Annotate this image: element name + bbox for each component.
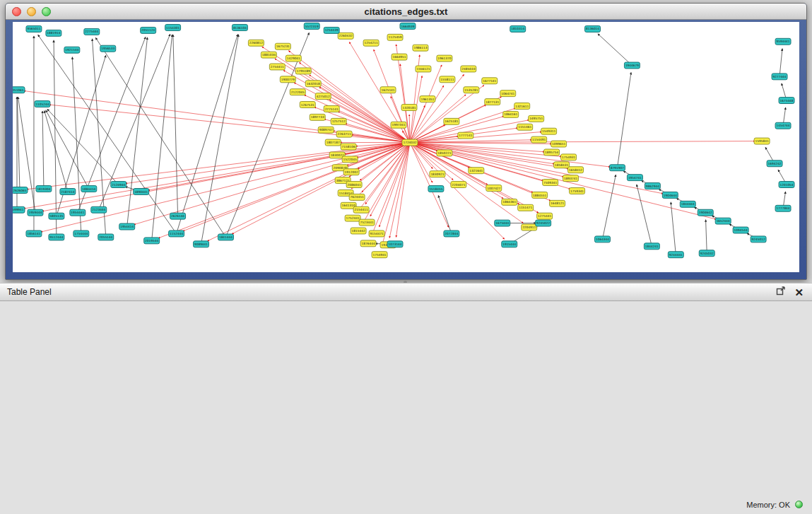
- network-node[interactable]: 1595841: [754, 138, 770, 144]
- network-node[interactable]: 2263711: [336, 131, 352, 137]
- network-node[interactable]: 1648121: [550, 200, 565, 206]
- network-node[interactable]: 1944679: [624, 62, 640, 69]
- network-canvas[interactable]: 2260812188103416752312754411142904119007…: [13, 22, 799, 272]
- network-node[interactable]: 8136104: [232, 24, 247, 30]
- network-node[interactable]: 1844444: [680, 201, 695, 207]
- network-node[interactable]: 1007427: [486, 185, 502, 192]
- network-node[interactable]: 1844241: [644, 243, 659, 250]
- network-node[interactable]: 1535281: [464, 87, 479, 93]
- network-node[interactable]: 1201054: [779, 182, 794, 188]
- network-node[interactable]: 1154491: [531, 136, 547, 143]
- network-node[interactable]: 1754931: [561, 154, 577, 160]
- network-node[interactable]: 1254211: [363, 40, 379, 46]
- network-node[interactable]: 1954441: [70, 209, 86, 216]
- network-node[interactable]: 1675448: [779, 98, 794, 104]
- network-node[interactable]: 2626144: [170, 213, 186, 219]
- network-node[interactable]: 1915444: [502, 241, 517, 247]
- zoom-button[interactable]: [42, 7, 51, 16]
- network-node[interactable]: 9512444: [49, 234, 64, 240]
- network-node[interactable]: 1897733: [310, 114, 325, 120]
- network-node[interactable]: 1807187: [325, 139, 341, 146]
- network-node[interactable]: 1321641: [469, 168, 484, 174]
- close-panel-icon[interactable]: ✕: [794, 287, 804, 298]
- network-node[interactable]: 1754444: [73, 230, 89, 237]
- network-node[interactable]: 1954741: [627, 175, 642, 181]
- network-node[interactable]: 2051124: [141, 27, 156, 33]
- network-node[interactable]: 1754941: [372, 252, 387, 258]
- network-node[interactable]: 1267531: [300, 102, 315, 108]
- network-node[interactable]: 1884551: [532, 192, 548, 198]
- network-node[interactable]: 1652444: [715, 218, 731, 224]
- network-node[interactable]: 1694242: [767, 160, 782, 167]
- network-node[interactable]: 1864361: [502, 199, 517, 205]
- network-node[interactable]: 2204071: [451, 182, 466, 188]
- network-node[interactable]: 2775141: [324, 105, 339, 112]
- network-node[interactable]: 9862944: [645, 183, 660, 189]
- network-node[interactable]: 1625181: [444, 118, 459, 124]
- network-node[interactable]: 1986113: [413, 45, 428, 51]
- network-node[interactable]: 1841444: [218, 234, 233, 240]
- network-node[interactable]: 1105244: [35, 101, 50, 107]
- network-node[interactable]: 1864161: [503, 111, 519, 117]
- network-node[interactable]: 1881914: [46, 30, 61, 36]
- network-node[interactable]: 1321611: [514, 103, 530, 110]
- network-node[interactable]: 1961370: [437, 55, 452, 62]
- network-node[interactable]: 1752441: [345, 215, 360, 221]
- network-node[interactable]: 2626065: [13, 187, 28, 194]
- network-node[interactable]: 1518455: [428, 186, 444, 192]
- network-node[interactable]: 1429041: [286, 55, 301, 62]
- network-node[interactable]: 1658412: [568, 167, 584, 173]
- network-node[interactable]: 1884414: [81, 186, 97, 192]
- network-node[interactable]: 1064741: [500, 90, 516, 97]
- network-node[interactable]: 1961351: [420, 96, 435, 103]
- network-node[interactable]: 2122045: [290, 89, 305, 95]
- network-node[interactable]: 1904644: [662, 192, 678, 198]
- network-node[interactable]: 1895754: [544, 149, 560, 156]
- network-node[interactable]: 1549311: [541, 128, 557, 134]
- network-node[interactable]: 1154301: [165, 24, 181, 30]
- network-node[interactable]: 1777844: [775, 205, 791, 211]
- network-node[interactable]: 1959444: [28, 209, 43, 216]
- network-node[interactable]: 1759341: [570, 188, 585, 194]
- float-panel-icon[interactable]: [776, 286, 786, 298]
- network-node[interactable]: 1254439: [324, 27, 339, 33]
- network-node[interactable]: 9245012: [751, 236, 766, 243]
- network-node[interactable]: 1890441: [134, 189, 149, 195]
- network-node[interactable]: 7624451: [349, 194, 365, 200]
- network-node[interactable]: 2055144: [98, 234, 114, 240]
- network-node[interactable]: 1858431: [554, 162, 570, 168]
- network-node[interactable]: 2187414: [60, 189, 76, 195]
- network-node[interactable]: 2204911: [522, 224, 537, 230]
- network-node[interactable]: 9245032: [699, 250, 714, 257]
- network-node[interactable]: 1275441: [537, 213, 553, 219]
- network-node[interactable]: 1073144: [387, 241, 403, 247]
- network-node[interactable]: 1675231: [275, 43, 290, 49]
- network-node[interactable]: 1257512: [331, 118, 346, 124]
- network-node[interactable]: 1881034: [261, 52, 276, 58]
- network-node[interactable]: 7523441: [359, 219, 375, 226]
- network-node[interactable]: 1856141: [26, 230, 42, 237]
- network-node[interactable]: 1876444: [360, 240, 376, 247]
- close-button[interactable]: [12, 7, 21, 16]
- network-node[interactable]: 2275444: [84, 28, 100, 35]
- network-node[interactable]: 1320181: [401, 105, 417, 111]
- network-node[interactable]: 1675444: [495, 220, 510, 226]
- network-node[interactable]: 1522045: [342, 156, 358, 163]
- network-node[interactable]: 1904642: [698, 209, 713, 216]
- network-node[interactable]: 1810314: [510, 25, 526, 32]
- network-node[interactable]: 1664951: [392, 54, 407, 60]
- network-node[interactable]: 2154411: [353, 206, 369, 213]
- network-node[interactable]: 1921544: [64, 47, 80, 53]
- network-node[interactable]: 2124944: [111, 182, 126, 188]
- network-node[interactable]: 1495751: [529, 115, 544, 122]
- network-node[interactable]: 1954414: [119, 223, 135, 230]
- network-node[interactable]: 8791907: [609, 165, 625, 171]
- network-node[interactable]: 2123444: [91, 206, 107, 213]
- network-node[interactable]: 9154471: [369, 230, 384, 237]
- network-node[interactable]: 9089441: [194, 241, 209, 247]
- network-node[interactable]: 1151461: [517, 124, 533, 130]
- network-node[interactable]: 2260812: [248, 40, 264, 46]
- network-node[interactable]: 1850221: [437, 150, 452, 156]
- network-node[interactable]: 1815442: [351, 228, 366, 234]
- network-node[interactable]: 1830921: [430, 171, 445, 177]
